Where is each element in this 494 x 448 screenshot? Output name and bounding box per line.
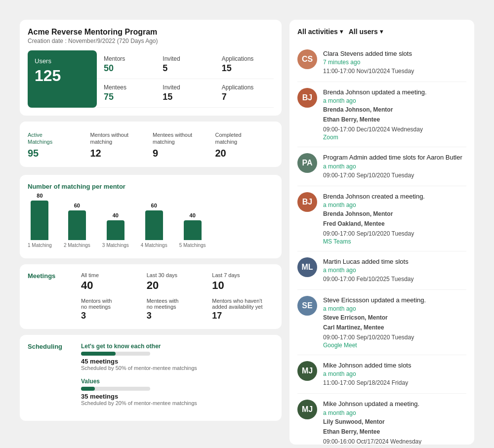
mentees-no-meetings-label: Mentees withno meetings <box>147 298 208 310</box>
all-users-dropdown[interactable]: All users ▾ <box>349 28 383 36</box>
activity-mentee: Carl Martinez, Mentee <box>323 323 466 332</box>
last7-value: 10 <box>212 279 274 292</box>
list-item: CSClara Stevens added time slots7 minute… <box>297 43 466 82</box>
avatar: BJ <box>297 88 317 108</box>
mentors-no-meetings-stat: Mentors withno meetings 3 <box>81 298 143 321</box>
avatar: SE <box>297 296 317 316</box>
meetings-sub-grid: Mentors withno meetings 3 Mentees withno… <box>28 298 274 321</box>
users-label: Users <box>35 57 90 65</box>
scheduling-card: Scheduling Let's get to know each other4… <box>20 335 282 421</box>
activity-content: Program Admin added time slots for Aaron… <box>323 153 466 179</box>
mentors-no-meetings-label: Mentors withno meetings <box>81 298 143 310</box>
bar-rect <box>31 201 48 240</box>
list-item: BJBrenda Johnson created a meeting.a mon… <box>297 186 466 251</box>
all-activities-dropdown[interactable]: All activities ▾ <box>297 28 343 36</box>
mentors-invited-stat: Invited 5 <box>156 50 214 79</box>
no-avail-value: 17 <box>212 311 274 321</box>
activity-detail: 09:00-17:00 Sep/10/2020 Tuesday <box>323 229 466 238</box>
avatar: ML <box>297 257 317 277</box>
activity-title: Brenda Johnson created a meeting. <box>323 192 466 201</box>
main-container: Acme Reverse Mentoring Program Creation … <box>10 10 484 448</box>
bar-group: 801 Matching <box>28 193 52 248</box>
bar-value: 40 <box>113 212 119 218</box>
bar-rect <box>145 210 163 240</box>
activity-content: Steve Ericssson updated a meeting.a mont… <box>323 296 466 349</box>
mentees-apps-label: Applications <box>222 84 267 91</box>
activity-link[interactable]: Zoom <box>323 134 466 141</box>
mentors-apps-label: Applications <box>222 55 267 62</box>
bar-value: 60 <box>74 203 80 208</box>
activity-time: a month ago <box>323 370 466 377</box>
activity-content: Mike Johnson added time slotsa month ago… <box>323 361 466 387</box>
list-item: MJMike Johnson updated a meeting.a month… <box>297 394 466 445</box>
users-box: Users 125 <box>28 50 97 108</box>
bar-group: 405 Matchings <box>179 212 206 248</box>
activity-mentor: Lily Sunwood, Mentor <box>323 417 466 426</box>
schedule-meetings-count: 35 meetings <box>81 393 274 400</box>
activity-title: Clara Stevens added time slots <box>323 49 466 58</box>
schedule-item-title: Let's get to know each other <box>81 343 274 350</box>
bar-rect <box>184 220 202 240</box>
program-creation: Creation date : November/9/2022 (720 Day… <box>28 38 274 44</box>
activity-link[interactable]: Google Meet <box>323 342 466 349</box>
progress-bar-bg <box>81 352 150 356</box>
meetings-grid: Meetings All time 40 Last 30 days 20 Las… <box>28 272 274 292</box>
bar-value: 60 <box>151 203 157 208</box>
program-title: Acme Reverse Mentoring Program <box>28 28 274 37</box>
activity-content: Brenda Johnson created a meeting.a month… <box>323 192 466 245</box>
schedule-item: Values35 meetingsScheduled by 20% of men… <box>81 378 274 406</box>
activity-title: Program Admin added time slots for Aaron… <box>323 153 466 162</box>
mentors-label: Mentors <box>104 55 149 62</box>
avatar: BJ <box>297 192 317 212</box>
scheduling-items: Let's get to know each other45 meetingsS… <box>81 343 274 413</box>
chart-title: Number of matching per mentor <box>28 183 274 190</box>
mentors-value: 50 <box>104 63 149 74</box>
activity-time: a month ago <box>323 267 466 274</box>
activity-mentor: Steve Erricson, Mentor <box>323 313 466 322</box>
bar-chart: 801 Matching602 Matchings403 Matchings60… <box>28 196 274 250</box>
mentors-without-label: Mentors withoutmatching <box>90 131 149 146</box>
mentees-label: Mentees <box>104 84 149 91</box>
activity-time: a month ago <box>323 305 466 312</box>
activity-mentor: Brenda Johnson, Mentor <box>323 209 466 218</box>
activity-mentor: Brenda Johnson, Mentor <box>323 105 466 114</box>
mentees-without-label: Mentees withoutmatching <box>153 131 211 146</box>
avatar: CS <box>297 49 317 69</box>
mentors-without-stat: Mentors withoutmatching 12 <box>90 131 149 159</box>
activity-link[interactable]: MS Teams <box>323 238 466 245</box>
users-value: 125 <box>35 67 90 85</box>
activity-detail: 09:00-17:00 Dec/10/2024 Wednesday <box>323 125 466 134</box>
mentees-without-stat: Mentees withoutmatching 9 <box>153 131 211 159</box>
users-chevron-icon: ▾ <box>380 28 383 35</box>
mentors-apps-value: 15 <box>222 63 267 74</box>
activity-detail: 09:00-16:00 Oct/17/2024 Wednesday <box>323 437 466 445</box>
mentors-no-meetings-value: 3 <box>81 311 143 321</box>
schedule-desc: Scheduled by 50% of mentor-mentee matchi… <box>81 365 274 371</box>
activity-title: Mike Johnson updated a meeting. <box>323 400 466 408</box>
mentees-without-value: 9 <box>153 148 211 159</box>
activity-mentee: Ethan Berry, Mentee <box>323 115 466 124</box>
active-matchings-stat: ActiveMatchings 95 <box>28 131 86 159</box>
activity-time: 7 minutes ago <box>323 59 466 66</box>
activity-detail: 11:00-17:00 Sep/18/2024 Friday <box>323 378 466 387</box>
activity-title: Martin Lucas added time slots <box>323 257 466 266</box>
no-avail-stat: Mentors who haven'tadded availability ye… <box>212 298 274 321</box>
mentees-no-meetings-value: 3 <box>147 311 208 321</box>
bar-value: 80 <box>37 193 42 199</box>
all-users-label: All users <box>349 28 378 36</box>
program-header-card: Acme Reverse Mentoring Program Creation … <box>20 20 282 116</box>
meetings-card: Meetings All time 40 Last 30 days 20 Las… <box>20 264 282 329</box>
mentees-invited-value: 15 <box>163 92 207 102</box>
mentors-invited-value: 5 <box>163 63 207 74</box>
mentees-apps-value: 7 <box>222 92 267 102</box>
active-matchings-label: ActiveMatchings <box>28 131 86 146</box>
bar-group: 602 Matchings <box>64 203 90 248</box>
activity-detail: 11:00-17:00 Nov/10/2024 Tuesday <box>323 67 466 76</box>
activity-detail: 09:00-17:00 Feb/10/2025 Tuesday <box>323 275 466 284</box>
completed-matching-value: 20 <box>215 148 274 159</box>
mentors-invited-label: Invited <box>163 55 207 62</box>
schedule-item-title: Values <box>81 378 274 385</box>
bar-label: 3 Matchings <box>102 242 129 248</box>
bar-label: 2 Matchings <box>64 242 90 248</box>
alltime-value: 40 <box>81 279 143 292</box>
